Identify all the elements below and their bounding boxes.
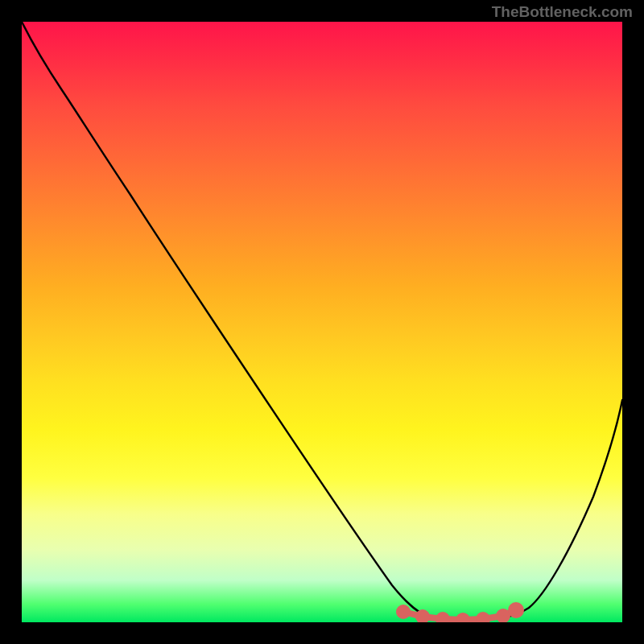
plot-area [22,22,622,622]
svg-point-6 [511,605,521,615]
svg-point-4 [479,615,487,622]
chart-container: TheBottleneck.com [0,0,644,644]
svg-point-3 [459,616,467,622]
svg-point-5 [499,612,507,620]
valley-highlight [399,605,521,622]
watermark-text: TheBottleneck.com [492,3,633,21]
svg-point-2 [439,615,447,622]
bottleneck-curve [22,22,622,621]
svg-point-1 [419,613,427,621]
svg-point-0 [399,608,407,616]
curve-layer [22,22,622,622]
